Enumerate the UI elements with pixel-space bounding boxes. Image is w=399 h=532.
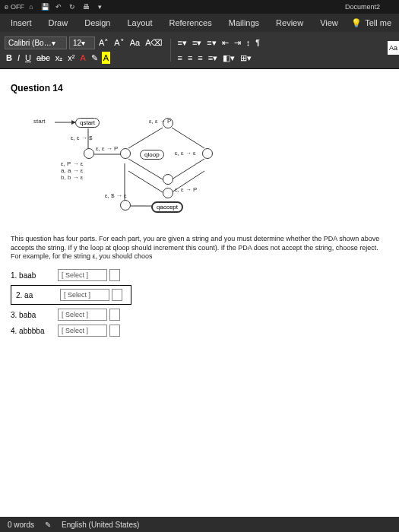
superscript-button[interactable]: x² — [66, 52, 76, 64]
undo-icon[interactable]: ↶ — [54, 2, 63, 11]
item-1-label: 1. baab — [11, 271, 55, 280]
trans-ee-S: ε, ε → $ — [71, 135, 92, 141]
align-center-icon[interactable]: ≡ — [186, 52, 194, 64]
trans-ee-P-1: ε, ε → P — [96, 145, 118, 152]
bold-button[interactable]: B — [5, 52, 14, 64]
off-icon: OFF — [13, 2, 22, 11]
svg-line-4 — [172, 128, 204, 148]
font-color-button[interactable]: A — [78, 52, 87, 64]
svg-line-7 — [128, 171, 163, 192]
print-icon[interactable]: 🖶 — [81, 2, 90, 11]
proofing-icon[interactable]: ✎ — [45, 521, 51, 529]
redo-icon[interactable]: ↻ — [68, 2, 77, 11]
question-text: This question has four parts. For each p… — [11, 235, 388, 261]
align-right-icon[interactable]: ≡ — [196, 52, 204, 64]
trans-line-0: ε, P → ε — [61, 160, 83, 167]
question-title: Question 14 — [11, 83, 388, 93]
tab-review[interactable]: Review — [268, 15, 311, 30]
trans-ee-P-top: ε, ε → P — [149, 118, 171, 125]
item-3-select[interactable]: [ Select ] — [58, 309, 107, 321]
line-spacing-icon[interactable]: ≡▾ — [207, 52, 219, 65]
trans-line-2: b, b → ε — [61, 174, 83, 181]
lightbulb-icon: 💡 — [351, 18, 362, 28]
tab-mailings[interactable]: Mailings — [221, 15, 267, 30]
item-2-select[interactable]: [ Select ] — [60, 289, 109, 301]
text-effects-button[interactable]: ✎ — [90, 52, 100, 65]
status-bar: 0 words ✎ English (United States) — [0, 517, 399, 532]
ribbon-tabs: Insert Draw Design Layout References Mai… — [0, 14, 399, 32]
item-1-dropdown-icon[interactable] — [109, 269, 120, 281]
item-4-select[interactable]: [ Select ] — [58, 325, 107, 337]
trans-ee-e: ε, ε → ε — [175, 150, 196, 157]
state-qloop: qloop — [140, 150, 164, 160]
svg-line-5 — [172, 159, 204, 179]
subscript-button[interactable]: x₂ — [54, 52, 65, 65]
shading-icon[interactable]: ◧▾ — [221, 52, 236, 65]
trans-ee-P-bot: ε, ε → P — [175, 186, 197, 193]
font-family-combo[interactable]: Calibri (Bo… ▾ — [5, 36, 67, 49]
borders-icon[interactable]: ⊞▾ — [239, 52, 253, 65]
item-1-select[interactable]: [ Select ] — [58, 269, 107, 281]
tell-me-label: Tell me — [365, 18, 391, 27]
styles-peek: Aa — [388, 41, 399, 55]
font-grow-button[interactable]: A˄ — [97, 36, 110, 49]
bullets-icon[interactable]: ≡▾ — [176, 36, 188, 49]
show-marks-icon[interactable]: ¶ — [254, 36, 261, 49]
item-3-dropdown-icon[interactable] — [109, 309, 120, 321]
pda-diagram: start qstart ε, ε → $ ε, ε → P ε, ε → P … — [33, 101, 284, 230]
font-size-combo[interactable]: 12 ▾ — [69, 36, 95, 49]
tab-insert[interactable]: Insert — [3, 15, 40, 30]
numbering-icon[interactable]: ≡▾ — [191, 36, 203, 49]
strike-button[interactable]: abc — [35, 52, 52, 64]
trans-eS-e: ε, $ → ε — [105, 192, 126, 199]
svg-line-6 — [128, 159, 163, 179]
clear-format-button[interactable]: A⌫ — [144, 36, 164, 49]
state-node-b2 — [163, 188, 173, 198]
change-case-button[interactable]: Aa — [128, 36, 141, 49]
italic-button[interactable]: I — [16, 52, 21, 64]
tab-draw[interactable]: Draw — [41, 15, 76, 30]
tab-design[interactable]: Design — [77, 15, 118, 30]
indent-dec-icon[interactable]: ⇤ — [220, 36, 230, 49]
svg-line-3 — [128, 128, 163, 148]
font-shrink-button[interactable]: A˅ — [112, 36, 125, 49]
save-icon[interactable]: 💾 — [40, 2, 49, 11]
indent-inc-icon[interactable]: ⇥ — [233, 36, 242, 49]
underline-button[interactable]: U — [24, 52, 33, 64]
state-qaccept: qaccept — [151, 201, 183, 213]
state-qstart: qstart — [75, 118, 100, 128]
tab-references[interactable]: References — [161, 15, 219, 30]
item-3-label: 3. baba — [11, 311, 55, 319]
language-status[interactable]: English (United States) — [62, 521, 139, 529]
ribbon: Calibri (Bo… ▾ 12 ▾ A˄ A˅ Aa A⌫ B I U ab… — [0, 32, 399, 69]
qat-more-icon[interactable]: ▾ — [95, 2, 104, 11]
document-page: Question 14 start qstart ε, ε → $ ε, ε →… — [0, 69, 399, 532]
tab-indicator: e — [5, 3, 8, 11]
state-node-accept-pre — [120, 200, 131, 211]
state-node-right — [202, 148, 213, 159]
item-2-label: 2. aa — [16, 291, 57, 299]
state-node-1 — [84, 148, 94, 159]
align-left-icon[interactable]: ≡ — [176, 52, 184, 64]
sort-icon[interactable]: ↕ — [245, 36, 252, 49]
state-node-loop-left — [120, 148, 131, 159]
home-icon[interactable]: ⌂ — [27, 2, 36, 11]
document-title: Document2 — [345, 3, 380, 11]
trans-line-1: a, a → ε — [61, 167, 83, 174]
state-node-b1 — [163, 174, 173, 185]
tab-layout[interactable]: Layout — [119, 15, 160, 30]
tell-me[interactable]: 💡 Tell me — [351, 18, 399, 28]
item-4-label: 4. abbbba — [11, 327, 55, 335]
word-count[interactable]: 0 words — [8, 521, 34, 529]
tab-view[interactable]: View — [312, 15, 346, 30]
item-2-dropdown-icon[interactable] — [112, 289, 122, 301]
multilist-icon[interactable]: ≡▾ — [205, 36, 217, 49]
highlight-button[interactable]: A — [102, 52, 110, 64]
item-4-dropdown-icon[interactable] — [109, 325, 120, 337]
start-label: start — [33, 118, 46, 125]
